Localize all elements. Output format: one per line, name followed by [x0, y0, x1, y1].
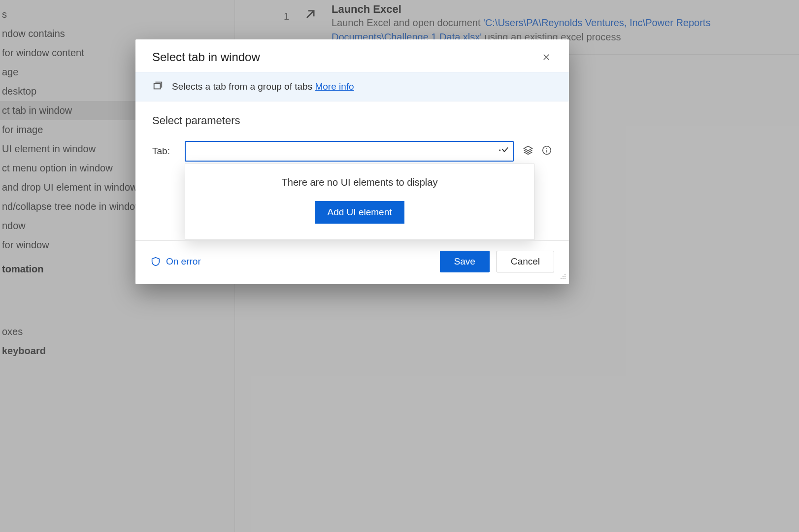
modal-body: Select parameters Tab: There are no UI e… — [135, 101, 569, 181]
more-info-link[interactable]: More info — [315, 81, 354, 92]
on-error-link[interactable]: On error — [150, 256, 201, 267]
svg-point-5 — [563, 276, 564, 277]
variable-picker-icon[interactable] — [523, 145, 533, 158]
tab-label: Tab: — [152, 146, 176, 157]
tab-parameter-row: Tab: There are no UI elements to display… — [152, 141, 552, 162]
save-button[interactable]: Save — [440, 251, 490, 272]
add-ui-element-button[interactable]: Add UI element — [315, 201, 405, 224]
svg-rect-0 — [154, 83, 161, 89]
ui-element-dropdown-panel: There are no UI elements to display Add … — [185, 164, 534, 240]
modal-info-text: Selects a tab from a group of tabs More … — [172, 81, 354, 92]
svg-point-7 — [561, 278, 562, 279]
svg-point-4 — [565, 274, 566, 275]
modal-info-desc: Selects a tab from a group of tabs — [172, 81, 315, 92]
tab-input-wrapper: There are no UI elements to display Add … — [185, 141, 514, 162]
param-side-icons — [523, 145, 552, 158]
on-error-label: On error — [166, 256, 201, 267]
modal-info-strip: Selects a tab from a group of tabs More … — [135, 72, 569, 101]
cancel-button[interactable]: Cancel — [497, 251, 554, 272]
svg-point-9 — [565, 278, 566, 279]
close-button[interactable] — [537, 48, 555, 66]
modal-title: Select tab in window — [152, 50, 260, 64]
svg-point-3 — [546, 148, 547, 149]
tabs-icon — [152, 80, 163, 93]
shield-icon — [150, 256, 161, 267]
parameters-section-title: Select parameters — [152, 114, 552, 127]
tab-select-input[interactable] — [185, 141, 514, 162]
select-tab-modal: Select tab in window Selects a tab from … — [135, 39, 569, 284]
footer-actions: Save Cancel — [440, 251, 554, 272]
empty-ui-elements-text: There are no UI elements to display — [195, 177, 524, 188]
info-icon[interactable] — [541, 145, 552, 158]
modal-header: Select tab in window — [135, 39, 569, 72]
modal-footer: On error Save Cancel — [135, 240, 569, 284]
svg-point-8 — [563, 278, 564, 279]
svg-point-6 — [565, 276, 566, 277]
resize-grip-icon[interactable] — [559, 272, 567, 282]
